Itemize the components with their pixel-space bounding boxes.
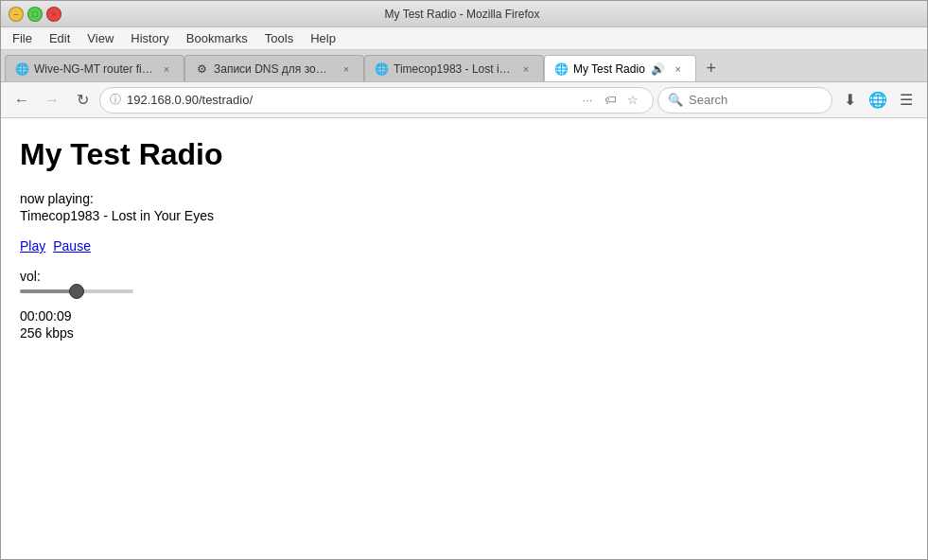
tab-1[interactable]: ⚙ Записи DNS для зоны NISEL.RU ×: [184, 55, 364, 81]
tab-3-favicon: 🌐: [554, 62, 568, 76]
tab-0-favicon: 🌐: [15, 62, 28, 76]
tab-1-favicon: ⚙: [195, 62, 208, 76]
tab-0[interactable]: 🌐 Wive-NG-MT router firmware - http... ×: [5, 55, 184, 81]
browser-window: – □ × My Test Radio - Mozilla Firefox Fi…: [0, 0, 928, 560]
menu-edit[interactable]: Edit: [42, 29, 78, 47]
tabbar: 🌐 Wive-NG-MT router firmware - http... ×…: [1, 50, 927, 82]
menu-file[interactable]: File: [5, 29, 40, 47]
maximize-button[interactable]: □: [27, 7, 43, 22]
minimize-button[interactable]: –: [9, 7, 24, 22]
play-button[interactable]: Play: [20, 238, 45, 254]
tab-2-close[interactable]: ×: [518, 61, 534, 77]
page-content: My Test Radio now playing: Timecop1983 -…: [1, 118, 927, 559]
menu-view[interactable]: View: [79, 29, 121, 47]
tab-1-label: Записи DNS для зоны NISEL.RU: [214, 62, 333, 76]
address-bar[interactable]: ⓘ 192.168.0.90/testradio/ ··· 🏷 ☆: [99, 87, 654, 114]
address-actions: ··· 🏷 ☆: [577, 90, 643, 111]
tab-0-label: Wive-NG-MT router firmware - http...: [34, 62, 153, 76]
page-title: My Test Radio: [20, 137, 908, 172]
pause-button[interactable]: Pause: [53, 238, 91, 254]
tab-2-favicon: 🌐: [375, 62, 388, 76]
forward-button[interactable]: →: [39, 87, 65, 114]
address-info-icon: ⓘ: [110, 92, 121, 108]
tab-2-label: Timecop1983 - Lost in Your Eyes: [394, 62, 513, 76]
search-icon: 🔍: [668, 93, 683, 107]
reload-button[interactable]: ↻: [69, 87, 96, 114]
download-icon[interactable]: ⬇: [836, 87, 863, 114]
search-input[interactable]: [689, 93, 848, 107]
tab-3-label: My Test Radio: [573, 62, 645, 76]
tab-2[interactable]: 🌐 Timecop1983 - Lost in Your Eyes ×: [364, 55, 544, 81]
tab-3[interactable]: 🌐 My Test Radio 🔊 ×: [544, 55, 696, 81]
address-text: 192.168.0.90/testradio/: [127, 93, 571, 107]
now-playing-track: Timecop1983 - Lost in Your Eyes: [20, 208, 908, 223]
volume-slider[interactable]: [20, 289, 133, 293]
more-options-icon[interactable]: ···: [577, 90, 598, 111]
reader-mode-icon[interactable]: 🏷: [600, 90, 621, 111]
menu-history[interactable]: History: [123, 29, 176, 47]
audio-playing-icon: 🔊: [651, 62, 665, 76]
menu-help[interactable]: Help: [303, 29, 343, 47]
menubar: File Edit View History Bookmarks Tools H…: [1, 27, 927, 50]
volume-label: vol:: [20, 269, 908, 284]
volume-slider-container: [20, 289, 908, 293]
titlebar: – □ × My Test Radio - Mozilla Firefox: [1, 1, 927, 27]
bookmark-icon[interactable]: ☆: [622, 90, 643, 111]
hamburger-menu-icon[interactable]: ☰: [893, 87, 919, 114]
menu-tools[interactable]: Tools: [257, 29, 301, 47]
back-button[interactable]: ←: [9, 87, 35, 114]
now-playing-label: now playing:: [20, 191, 908, 206]
tab-0-close[interactable]: ×: [159, 61, 174, 77]
close-button[interactable]: ×: [46, 7, 61, 22]
toolbar: ← → ↻ ⓘ 192.168.0.90/testradio/ ··· 🏷 ☆ …: [1, 82, 927, 118]
titlebar-controls-left: – □ ×: [9, 7, 61, 22]
time-display: 00:00:09: [20, 308, 908, 324]
tab-1-close[interactable]: ×: [339, 61, 354, 77]
menu-bookmarks[interactable]: Bookmarks: [179, 29, 255, 47]
bitrate-display: 256 kbps: [20, 325, 908, 341]
tab-3-close[interactable]: ×: [671, 61, 686, 77]
search-bar[interactable]: 🔍: [657, 87, 832, 114]
titlebar-title: My Test Radio - Mozilla Firefox: [61, 8, 863, 21]
globe-icon[interactable]: 🌐: [865, 87, 891, 114]
toolbar-right: ⬇ 🌐 ☰: [836, 87, 919, 114]
player-controls: Play Pause: [20, 238, 908, 254]
new-tab-button[interactable]: +: [698, 55, 725, 81]
